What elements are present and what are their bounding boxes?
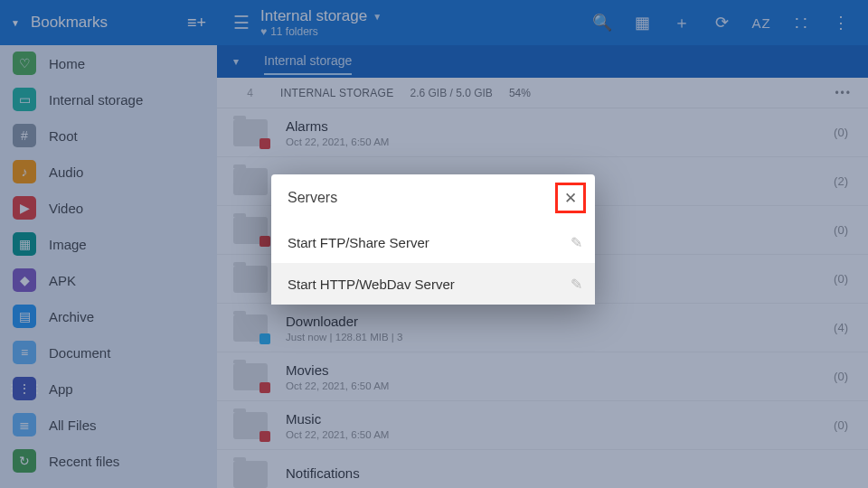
dialog-item-label: Start HTTP/WebDav Server xyxy=(288,277,571,292)
servers-dialog: Servers ✕ Start FTP/Share Server ✎ Start… xyxy=(271,174,595,305)
close-button[interactable]: ✕ xyxy=(555,183,586,213)
dialog-header: Servers ✕ xyxy=(271,174,595,221)
dialog-item-label: Start FTP/Share Server xyxy=(288,235,571,250)
edit-icon[interactable]: ✎ xyxy=(571,234,582,251)
edit-icon[interactable]: ✎ xyxy=(571,276,582,293)
dialog-item-http[interactable]: Start HTTP/WebDav Server ✎ xyxy=(271,263,595,305)
dialog-item-ftp[interactable]: Start FTP/Share Server ✎ xyxy=(271,221,595,263)
dialog-title: Servers xyxy=(288,190,555,206)
